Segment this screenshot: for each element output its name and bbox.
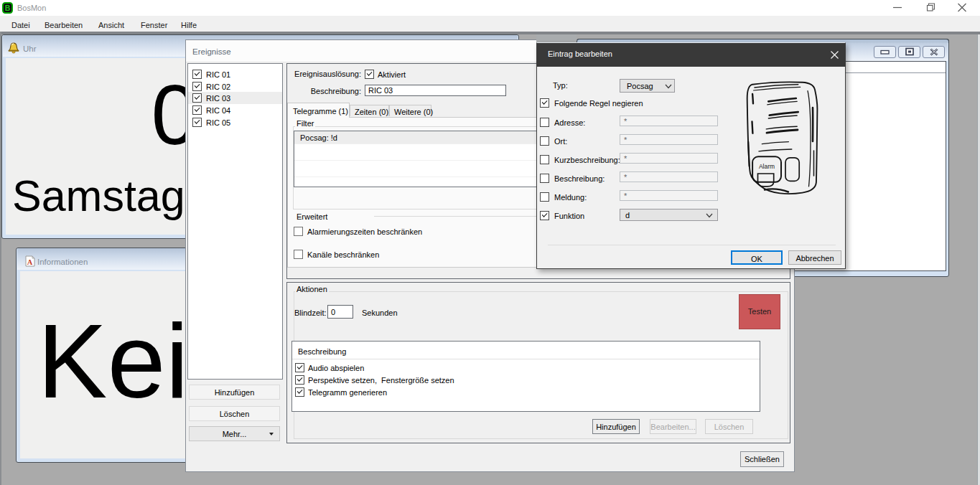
svg-text:B: B	[5, 4, 11, 12]
svg-text:A: A	[27, 258, 33, 266]
svg-text:Alarm: Alarm	[759, 163, 775, 170]
